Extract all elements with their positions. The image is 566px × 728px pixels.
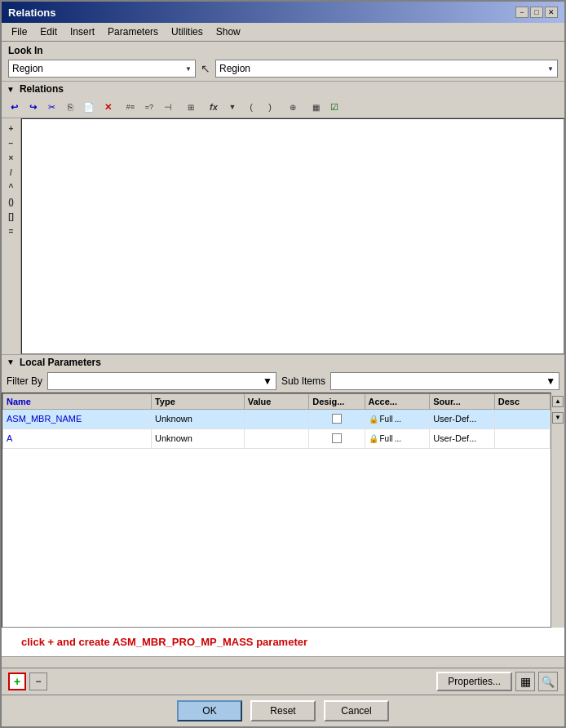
collapse-triangle-icon[interactable]: ▼: [7, 85, 15, 94]
power-operator[interactable]: ^: [4, 180, 19, 193]
desig-checkbox-1[interactable]: [332, 433, 342, 443]
horizontal-scrollbar[interactable]: [2, 656, 564, 668]
paste-button[interactable]: 📄: [80, 98, 98, 116]
col-header-desig: Desig...: [309, 393, 365, 409]
window-title: Relations: [8, 7, 56, 19]
local-params-section-header: ▼ Local Parameters: [2, 354, 564, 370]
toolbar-separator-2: [178, 98, 181, 116]
local-params-collapse-icon[interactable]: ▼: [7, 357, 15, 366]
multiply-operator[interactable]: ×: [4, 151, 19, 164]
action-bar: + − Properties... ▦ 🔍: [2, 668, 564, 695]
arrow-button[interactable]: ⊣: [159, 98, 177, 116]
ok-button[interactable]: OK: [177, 700, 242, 721]
dialog-buttons: OK Reset Cancel: [2, 695, 564, 726]
filter-dropdown-arrow-icon: ▼: [263, 375, 272, 387]
equals-operator[interactable]: =: [4, 224, 19, 237]
close-button[interactable]: ✕: [545, 7, 558, 18]
table-button[interactable]: ▦: [307, 98, 325, 116]
menu-bar: File Edit Insert Parameters Utilities Sh…: [2, 23, 564, 42]
filter-dropdown[interactable]: ▼: [47, 372, 276, 390]
cell-desc-0: [494, 409, 550, 428]
parens-operator[interactable]: (): [4, 195, 19, 208]
menu-file[interactable]: File: [5, 24, 33, 39]
col-header-type: Type: [151, 393, 244, 409]
relations-label: Relations: [20, 83, 64, 95]
cell-type-1: Unknown: [151, 428, 244, 448]
undo-button[interactable]: ↩: [5, 98, 23, 116]
scroll-down-button[interactable]: ▼: [552, 412, 564, 424]
table-row[interactable]: A Unknown 🔒 Full ...: [3, 428, 551, 448]
subitems-dropdown-arrow-icon: ▼: [546, 375, 555, 387]
cell-type-0: Unknown: [151, 409, 244, 428]
search-icon-button[interactable]: 🔍: [538, 672, 558, 691]
relations-work-area: + − × / ^ () [] =: [2, 118, 564, 354]
columns-icon-button[interactable]: ▦: [515, 672, 535, 691]
cancel-button[interactable]: Cancel: [324, 700, 389, 721]
subitems-label: Sub Items: [281, 375, 325, 387]
lock-icon-0: 🔒: [369, 415, 378, 424]
maximize-button[interactable]: □: [530, 7, 543, 18]
desig-checkbox-0[interactable]: [332, 414, 342, 424]
toolbar-separator-1: [117, 98, 121, 116]
check-button[interactable]: ☑: [325, 98, 343, 116]
minimize-button[interactable]: −: [515, 7, 528, 18]
menu-show[interactable]: Show: [210, 24, 247, 39]
dropdown-arrow-button[interactable]: ▼: [223, 98, 241, 116]
col-header-source: Sour...: [430, 393, 495, 409]
cell-source-1: User-Def...: [430, 428, 495, 448]
add-button[interactable]: +: [8, 673, 26, 690]
plus-operator[interactable]: +: [4, 122, 19, 135]
table-row[interactable]: ASM_MBR_NAME Unknown 🔒 Full ...: [3, 409, 551, 428]
divide-operator[interactable]: /: [4, 166, 19, 179]
dropdown-arrow-right-icon: ▼: [547, 65, 554, 73]
relations-canvas[interactable]: [21, 118, 564, 354]
col-header-desc: Desc: [494, 393, 550, 409]
cursor-icon: ↖: [201, 62, 210, 75]
access-ellipsis-1: ...: [395, 434, 401, 443]
lock-icon-1: 🔒: [369, 434, 378, 443]
cell-source-0: User-Def...: [430, 409, 495, 428]
fx-button[interactable]: fx: [205, 98, 223, 116]
cell-access-1: 🔒 Full ...: [365, 428, 430, 448]
operators-panel: + − × / ^ () [] =: [2, 118, 21, 354]
col-header-value: Value: [244, 393, 309, 409]
menu-insert[interactable]: Insert: [64, 24, 101, 39]
instruction-text: click + and create ASM_MBR_PRO_MP_MASS p…: [11, 629, 317, 655]
cell-access-0: 🔒 Full ...: [365, 409, 430, 428]
reset-button[interactable]: Reset: [250, 700, 316, 721]
menu-edit[interactable]: Edit: [33, 24, 64, 39]
scroll-up-button[interactable]: ▲: [552, 396, 564, 407]
format-button[interactable]: #≡: [122, 98, 139, 116]
param-insert-button[interactable]: ⊕: [284, 98, 302, 116]
toolbar-separator-4: [280, 98, 283, 116]
menu-utilities[interactable]: Utilities: [165, 24, 210, 39]
filter-by-label: Filter By: [7, 375, 42, 387]
access-ellipsis-0: ...: [395, 415, 401, 424]
look-in-label: Look In: [8, 45, 43, 56]
cell-name-0: ASM_MBR_NAME: [3, 409, 152, 428]
local-params-label: Local Parameters: [20, 357, 101, 368]
brackets-operator[interactable]: []: [4, 210, 19, 223]
subitems-dropdown[interactable]: ▼: [330, 372, 559, 390]
delete-button[interactable]: ✕: [99, 98, 117, 116]
remove-button[interactable]: −: [29, 673, 47, 690]
minus-operator[interactable]: −: [4, 136, 19, 149]
right-scrollbar: ▲ ▼: [551, 393, 564, 628]
paren-close-button[interactable]: ): [261, 98, 279, 116]
instruction-area: click + and create ASM_MBR_PRO_MP_MASS p…: [2, 628, 564, 656]
properties-button[interactable]: Properties...: [436, 672, 512, 691]
relations-toolbar: ↩ ↪ ✂ ⎘ 📄 ✕ #≡ =? ⊣ ⊞ fx ▼ ( ) ⊕ ▦ ☑: [2, 96, 564, 118]
cell-value-0: [244, 409, 309, 428]
cell-desc-1: [494, 428, 550, 448]
look-in-dropdown-right[interactable]: Region ▼: [215, 60, 558, 78]
menu-parameters[interactable]: Parameters: [101, 24, 165, 39]
dropdown-arrow-icon: ▼: [185, 65, 192, 73]
equals-button[interactable]: =?: [140, 98, 158, 116]
look-in-dropdown-left[interactable]: Region ▼: [8, 60, 196, 78]
redo-button[interactable]: ↪: [24, 98, 42, 116]
relations-section-header: ▼ Relations: [2, 81, 564, 96]
cut-button[interactable]: ✂: [42, 98, 60, 116]
copy-button[interactable]: ⎘: [61, 98, 79, 116]
filter-button[interactable]: ⊞: [182, 98, 200, 116]
paren-open-button[interactable]: (: [242, 98, 260, 116]
